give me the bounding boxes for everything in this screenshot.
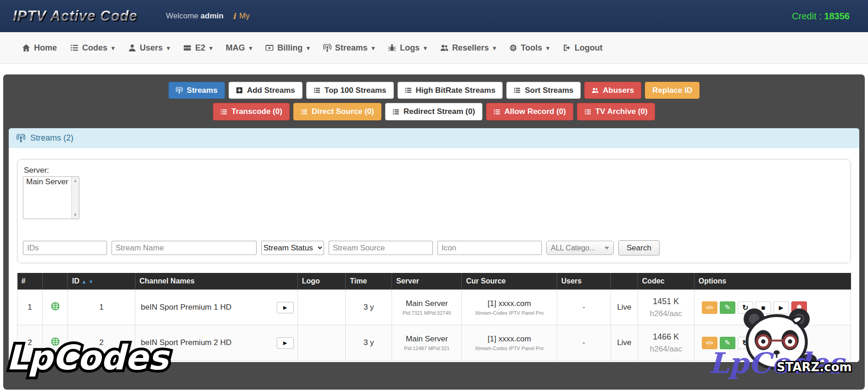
stream-status-select[interactable]: Stream Status — [261, 241, 324, 255]
nav-item-mag[interactable]: MAG ▾ — [226, 43, 252, 53]
col-num: # — [17, 273, 43, 290]
nav-item-logout[interactable]: Logout — [563, 43, 603, 53]
nav-label: Streams — [335, 43, 368, 53]
cell-num: 1 — [17, 290, 43, 325]
icon-input[interactable] — [437, 241, 542, 255]
cell-channel-name: beIN Sport Premium 2 HD ▶ — [135, 325, 297, 361]
stop-button[interactable]: ■ — [756, 301, 771, 314]
toolbar-row-1: Streams Add Streams Top 100 Streams High… — [3, 82, 865, 99]
cell-users: - — [557, 325, 610, 361]
app-root: IPTV Active Code Welcome admin i My Cred… — [0, 0, 868, 391]
delete-button[interactable] — [791, 301, 807, 314]
stream-name-input[interactable] — [112, 241, 257, 255]
edit-button[interactable]: ✎ — [720, 337, 735, 349]
sort-streams-button[interactable]: Sort Streams — [506, 82, 581, 99]
sort-asc-icon[interactable]: ▲ — [81, 279, 86, 284]
stream-source-input[interactable] — [329, 241, 433, 255]
caret-down-icon: ▾ — [546, 45, 549, 51]
ids-input[interactable] — [23, 241, 107, 255]
col-live — [611, 273, 638, 290]
nav-label: Codes — [82, 43, 107, 53]
redirect-stream-button[interactable]: Redirect Stream (0) — [385, 103, 482, 120]
cell-logo — [297, 290, 346, 325]
listbox-scrollbar[interactable]: ▲ ▼ — [71, 177, 79, 219]
nav-label: Logs — [400, 43, 420, 53]
button-label: Add Streams — [247, 86, 295, 95]
caret-down-icon: ▾ — [249, 45, 252, 51]
stop-button[interactable]: ■ — [756, 337, 771, 349]
button-label: TV Archive (0) — [595, 107, 648, 116]
list-icon — [514, 87, 521, 94]
refresh-button[interactable]: ↻ — [738, 337, 753, 349]
nav-item-billing[interactable]: Billing ▾ — [265, 43, 310, 53]
button-label: Direct Source (0) — [312, 107, 374, 116]
list-icon — [392, 108, 399, 115]
nav-label: E2 — [195, 43, 205, 53]
caret-down-icon: ▾ — [307, 45, 310, 51]
button-label: Sort Streams — [525, 86, 573, 95]
main-nav: Home Codes ▾ Users ▾ E2 ▾ MAG ▾ Billing … — [0, 32, 868, 64]
code-button[interactable]: </> — [702, 337, 717, 349]
server-option[interactable]: Main Server — [23, 177, 79, 187]
bug-icon — [388, 44, 396, 52]
channel-name: beIN Sport Premium 1 HD — [141, 303, 231, 312]
toolbar-row-2: Transcode (0) Direct Source (0) Redirect… — [3, 103, 865, 120]
nav-item-users[interactable]: Users ▾ — [128, 43, 170, 53]
transcode-button[interactable]: Transcode (0) — [213, 103, 290, 120]
search-button[interactable]: Search — [618, 240, 660, 255]
globe-icon[interactable] — [51, 302, 60, 311]
caret-down-icon: ▾ — [167, 45, 170, 51]
my-account-link[interactable]: i My — [233, 11, 250, 21]
high-bitrate-streams-button[interactable]: High BitRate Streams — [398, 82, 503, 99]
nav-item-streams[interactable]: Streams ▾ — [323, 43, 375, 53]
play-button[interactable]: ▶ — [773, 337, 789, 349]
code-button[interactable]: </> — [702, 301, 717, 314]
preview-play-button[interactable]: ▶ — [277, 302, 294, 313]
cell-options: </> ✎ ↻ ■ ▶ — [694, 325, 851, 361]
sort-desc-icon[interactable]: ▼ — [89, 279, 94, 284]
cell-status — [43, 325, 68, 361]
nav-label: Tools — [521, 43, 543, 53]
tv-archive-button[interactable]: TV Archive (0) — [577, 103, 655, 120]
nav-item-resellers[interactable]: Resellers ▾ — [440, 43, 496, 53]
nav-item-codes[interactable]: Codes ▾ — [70, 43, 115, 53]
caret-down-icon: ▾ — [493, 45, 496, 51]
nav-item-tools[interactable]: ⚙ Tools ▾ — [509, 43, 549, 53]
col-time: Time — [346, 273, 392, 290]
category-dropdown[interactable]: ALL Catego... — [546, 241, 614, 255]
button-label: Redirect Stream (0) — [403, 107, 475, 116]
replace-id-button[interactable]: Replace ID — [645, 82, 700, 99]
dropdown-arrow-icon — [605, 247, 609, 249]
preview-play-button[interactable]: ▶ — [277, 337, 294, 349]
users-group-icon — [440, 44, 448, 52]
scroll-down-icon[interactable]: ▼ — [73, 213, 78, 217]
play-button[interactable]: ▶ — [773, 301, 789, 314]
col-users: Users — [557, 273, 610, 290]
cell-live: Live — [611, 325, 638, 361]
col-options: Options — [694, 273, 851, 290]
streams-button[interactable]: Streams — [168, 82, 225, 99]
col-id: ID ▲ ▼ — [68, 273, 135, 290]
cell-time: 3 y — [346, 325, 392, 361]
welcome-username: admin — [201, 11, 224, 20]
allow-record-button[interactable]: Allow Record (0) — [486, 103, 573, 120]
nav-label: Resellers — [452, 43, 489, 53]
refresh-button[interactable]: ↻ — [738, 301, 753, 314]
credit-value: 18356 — [824, 11, 850, 21]
info-icon: i — [233, 11, 235, 21]
direct-source-button[interactable]: Direct Source (0) — [293, 103, 381, 120]
nav-item-logs[interactable]: Logs ▾ — [388, 43, 427, 53]
globe-icon[interactable] — [51, 337, 60, 346]
nav-item-home[interactable]: Home — [22, 43, 57, 53]
button-label: High BitRate Streams — [416, 86, 496, 95]
delete-button[interactable] — [791, 337, 807, 349]
scroll-up-icon[interactable]: ▲ — [73, 178, 78, 183]
top-100-streams-button[interactable]: Top 100 Streams — [306, 82, 394, 99]
edit-button[interactable]: ✎ — [720, 301, 735, 314]
abusers-button[interactable]: Abusers — [584, 82, 641, 99]
add-streams-button[interactable]: Add Streams — [229, 82, 302, 99]
broadcast-icon — [323, 44, 331, 52]
nav-item-e2[interactable]: E2 ▾ — [183, 43, 213, 53]
cell-channel-name: beIN Sport Premium 1 HD ▶ — [135, 290, 297, 325]
server-listbox[interactable]: Main Server ▲ ▼ — [23, 176, 79, 219]
